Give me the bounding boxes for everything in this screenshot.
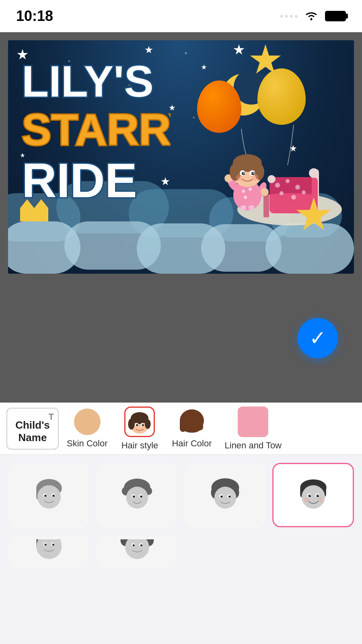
hair-color-preview (177, 409, 207, 435)
svg-point-16 (309, 168, 319, 178)
svg-point-80 (301, 485, 325, 508)
toolbar-item-hair-color[interactable]: Hair Color (167, 405, 216, 452)
status-icons (280, 10, 346, 23)
hair-option-5[interactable] (8, 535, 90, 568)
svg-point-85 (309, 495, 310, 496)
toolbar-item-linen[interactable]: Linen and Tow (220, 403, 287, 454)
hair-face-6 (117, 539, 157, 568)
svg-point-58 (52, 495, 54, 497)
svg-point-72 (214, 487, 236, 509)
toolbar-item-childs-name[interactable]: T Child'sName (6, 408, 59, 450)
svg-point-43 (145, 419, 151, 429)
svg-point-39 (252, 174, 259, 181)
svg-point-38 (236, 174, 243, 181)
skin-color-label: Skin Color (67, 438, 107, 449)
svg-point-0 (311, 19, 313, 21)
skin-color-preview (74, 409, 101, 435)
hair-face-4 (293, 475, 333, 515)
text-icon: T (49, 412, 54, 422)
toolbar-item-skin-color[interactable]: Skin Color (62, 405, 112, 452)
svg-point-68 (140, 495, 142, 497)
svg-point-42 (128, 419, 135, 430)
hair-face-5 (29, 539, 69, 568)
checkmark-icon: ✓ (309, 326, 326, 350)
linen-preview (238, 407, 268, 437)
svg-point-87 (304, 497, 309, 502)
svg-point-14 (302, 190, 306, 194)
svg-point-46 (136, 424, 138, 427)
svg-point-27 (261, 188, 269, 196)
hair-face-1 (29, 475, 69, 515)
svg-point-54 (37, 485, 60, 508)
book-cover: LILY'S STARRY RIDE (8, 40, 354, 274)
svg-point-21 (244, 196, 247, 199)
hair-partial-row (8, 535, 354, 568)
signal-icon (280, 15, 298, 18)
svg-point-76 (228, 495, 230, 497)
gray-area: ✓ (0, 274, 362, 402)
svg-point-51 (183, 425, 201, 433)
hair-style-grid (8, 463, 354, 535)
svg-point-99 (125, 539, 149, 559)
svg-point-19 (242, 190, 245, 193)
svg-point-9 (275, 183, 280, 188)
svg-point-103 (140, 544, 142, 546)
svg-point-36 (243, 173, 245, 174)
svg-point-11 (295, 185, 300, 190)
svg-point-75 (220, 495, 222, 497)
hair-color-label: Hair Color (172, 438, 212, 449)
svg-point-10 (286, 179, 290, 183)
svg-text:LILY'S: LILY'S (22, 56, 154, 106)
hair-style-grid-container (0, 455, 362, 568)
status-bar: 10:18 (0, 0, 362, 32)
hair-style-preview (124, 407, 155, 437)
hair-face-2 (117, 475, 157, 515)
hair-option-2[interactable] (96, 463, 178, 527)
svg-point-12 (280, 191, 284, 195)
svg-point-102 (132, 544, 134, 546)
linen-label: Linen and Tow (225, 440, 282, 451)
svg-point-88 (317, 497, 323, 502)
svg-point-86 (317, 495, 318, 496)
toolbar: T Child'sName Skin Color (0, 402, 362, 455)
book-preview-container: LILY'S STARRY RIDE (0, 32, 362, 274)
character-illustration (221, 143, 274, 211)
svg-point-64 (126, 487, 148, 509)
svg-point-37 (253, 173, 254, 174)
toolbar-item-hair-style[interactable]: Hair style (115, 403, 164, 454)
childs-name-label: Child'sName (10, 413, 55, 444)
svg-point-83 (308, 495, 311, 497)
confirm-button[interactable]: ✓ (298, 318, 338, 358)
svg-point-67 (133, 495, 135, 497)
wifi-icon (304, 10, 319, 23)
svg-point-91 (36, 539, 62, 559)
svg-point-57 (44, 495, 46, 497)
hair-face-3 (205, 475, 245, 515)
hair-option-6[interactable] (96, 535, 178, 568)
svg-point-84 (316, 495, 319, 497)
svg-point-95 (52, 544, 54, 546)
hair-option-3[interactable] (184, 463, 266, 527)
svg-rect-23 (249, 205, 254, 210)
book-title: LILY'S STARRY RIDE (18, 52, 171, 263)
hair-option-4[interactable] (272, 463, 354, 527)
empty-cell-2 (272, 535, 354, 568)
svg-point-13 (291, 195, 296, 200)
svg-text:STARRY: STARRY (22, 105, 171, 154)
battery-icon (325, 11, 346, 21)
hair-style-label: Hair style (121, 440, 158, 451)
status-time: 10:18 (16, 8, 53, 25)
svg-point-47 (142, 424, 144, 427)
hair-option-1[interactable] (8, 463, 90, 527)
svg-point-94 (44, 544, 46, 546)
svg-rect-22 (241, 205, 246, 210)
svg-point-20 (249, 188, 252, 191)
empty-cell-1 (184, 535, 266, 568)
svg-text:RIDE: RIDE (22, 153, 137, 207)
